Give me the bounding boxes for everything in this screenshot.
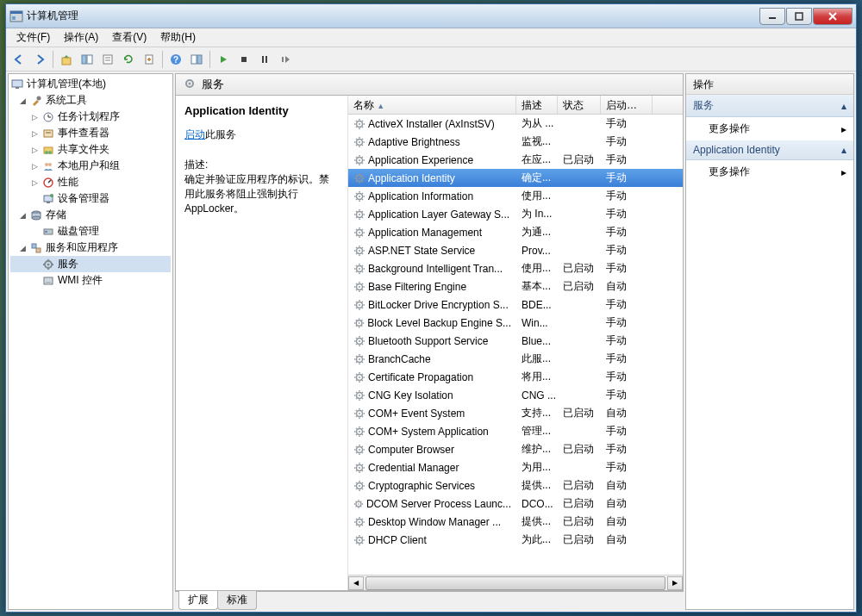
menu-action[interactable]: 操作(A) bbox=[57, 28, 105, 47]
tree-root[interactable]: 计算机管理(本地) bbox=[10, 76, 171, 92]
tab-standard[interactable]: 标准 bbox=[217, 591, 257, 610]
tree-wmi[interactable]: WMI 控件 bbox=[10, 272, 171, 289]
menu-file[interactable]: 文件(F) bbox=[9, 28, 57, 47]
help-button[interactable]: ? bbox=[166, 50, 185, 69]
content-area: 计算机管理(本地) ◢ 系统工具 ▷ 任务计划程序 ▷ 事件查看器 bbox=[6, 72, 856, 612]
list-rows[interactable]: ActiveX Installer (AxInstSV)为从 ...手动Adap… bbox=[348, 115, 683, 575]
service-name-cell: BitLocker Drive Encryption S... bbox=[348, 299, 516, 311]
export-button[interactable] bbox=[140, 50, 159, 69]
service-row[interactable]: COM+ Event System支持...已启动自动 bbox=[348, 404, 683, 422]
stop-service-button[interactable] bbox=[234, 50, 253, 69]
service-row[interactable]: Desktop Window Manager ...提供...已启动自动 bbox=[348, 513, 683, 531]
service-desc-cell: 基本... bbox=[516, 279, 558, 294]
service-row[interactable]: CNG Key IsolationCNG ...手动 bbox=[348, 386, 683, 404]
collapse-icon[interactable]: ◢ bbox=[17, 243, 28, 253]
tree-services-apps[interactable]: ◢ 服务和应用程序 bbox=[10, 240, 171, 256]
close-button[interactable] bbox=[813, 8, 853, 25]
service-desc-cell: Prov... bbox=[516, 245, 558, 257]
tree-storage[interactable]: ◢ 存储 bbox=[10, 207, 171, 223]
service-row[interactable]: ASP.NET State ServiceProv...手动 bbox=[348, 241, 683, 259]
service-row[interactable]: Bluetooth Support ServiceBlue...手动 bbox=[348, 332, 683, 350]
service-row[interactable]: DHCP Client为此...已启动自动 bbox=[348, 531, 683, 549]
forward-button[interactable] bbox=[30, 50, 49, 69]
tree-event-viewer[interactable]: ▷ 事件查看器 bbox=[10, 125, 171, 141]
actions-more-services[interactable]: 更多操作 ▸ bbox=[686, 117, 853, 140]
svg-rect-17 bbox=[197, 55, 202, 64]
service-row[interactable]: Cryptographic Services提供...已启动自动 bbox=[348, 476, 683, 495]
tree-device-manager[interactable]: 设备管理器 bbox=[10, 190, 171, 207]
service-desc-cell: 此服... bbox=[516, 352, 558, 366]
action-pane-button[interactable] bbox=[187, 50, 206, 69]
service-row[interactable]: COM+ System Application管理...手动 bbox=[348, 422, 683, 440]
service-row[interactable]: Application Experience在应...已启动手动 bbox=[348, 151, 683, 169]
refresh-button[interactable] bbox=[119, 50, 138, 69]
svg-point-60 bbox=[359, 177, 360, 179]
service-row[interactable]: Credential Manager为用...手动 bbox=[348, 458, 683, 476]
minimize-button[interactable] bbox=[759, 8, 785, 25]
tab-extended[interactable]: 扩展 bbox=[178, 591, 218, 610]
collapse-icon[interactable]: ◢ bbox=[17, 210, 28, 221]
service-row[interactable]: BitLocker Drive Encryption S...BDE...手动 bbox=[348, 296, 683, 314]
service-row[interactable]: Computer Browser维护...已启动手动 bbox=[348, 440, 683, 458]
service-startup-cell: 自动 bbox=[601, 279, 653, 294]
expand-icon[interactable]: ▷ bbox=[29, 112, 40, 122]
column-startup[interactable]: 启动类型 bbox=[601, 96, 653, 114]
scroll-right-button[interactable]: ▶ bbox=[667, 576, 683, 590]
service-row[interactable]: Certificate Propagation将用...手动 bbox=[348, 368, 683, 386]
expand-icon[interactable]: ▷ bbox=[29, 161, 40, 171]
service-name-cell: DCOM Server Process Launc... bbox=[348, 498, 516, 510]
column-description[interactable]: 描述 bbox=[516, 96, 558, 114]
service-row[interactable]: ActiveX Installer (AxInstSV)为从 ...手动 bbox=[348, 115, 683, 133]
start-service-link[interactable]: 启动 bbox=[184, 128, 205, 140]
actions-section-selected[interactable]: Application Identity ▴ bbox=[686, 140, 853, 160]
gear-icon bbox=[41, 258, 55, 271]
horizontal-scrollbar[interactable]: ◀ ▶ bbox=[348, 575, 683, 590]
service-row[interactable]: Application Layer Gateway S...为 In...手动 bbox=[348, 205, 683, 223]
actions-section-services[interactable]: 服务 ▴ bbox=[686, 95, 853, 117]
tree-task-scheduler[interactable]: ▷ 任务计划程序 bbox=[10, 109, 171, 125]
menu-help[interactable]: 帮助(H) bbox=[153, 28, 203, 47]
actions-more-selected[interactable]: 更多操作 ▸ bbox=[686, 160, 853, 184]
service-row[interactable]: Application Identity确定...手动 bbox=[348, 169, 683, 187]
scroll-left-button[interactable]: ◀ bbox=[348, 576, 364, 590]
service-row[interactable]: Adaptive Brightness监视...手动 bbox=[348, 133, 683, 151]
expand-icon[interactable]: ▷ bbox=[29, 177, 40, 188]
service-desc-cell: 在应... bbox=[516, 152, 558, 167]
menu-view[interactable]: 查看(V) bbox=[105, 28, 153, 47]
service-row[interactable]: BranchCache此服...手动 bbox=[348, 350, 683, 368]
tree-services[interactable]: 服务 bbox=[10, 256, 171, 272]
tree-local-users[interactable]: ▷ 本地用户和组 bbox=[10, 158, 171, 174]
service-name-cell: Block Level Backup Engine S... bbox=[348, 317, 516, 329]
start-service-button[interactable] bbox=[214, 50, 233, 69]
back-button[interactable] bbox=[9, 50, 28, 69]
properties-button[interactable] bbox=[98, 50, 117, 69]
expand-icon[interactable]: ▷ bbox=[29, 128, 40, 139]
service-row[interactable]: Application Management为通...手动 bbox=[348, 223, 683, 241]
pause-service-button[interactable] bbox=[255, 50, 274, 69]
scroll-thumb[interactable] bbox=[365, 576, 665, 590]
tree-shared-folders[interactable]: ▷ 共享文件夹 bbox=[10, 141, 171, 158]
tree-disk-management[interactable]: 磁盘管理 bbox=[10, 223, 171, 240]
service-row[interactable]: Block Level Backup Engine S...Win...手动 bbox=[348, 314, 683, 332]
tree-system-tools[interactable]: ◢ 系统工具 bbox=[10, 92, 171, 109]
svg-point-72 bbox=[359, 286, 360, 288]
maximize-button[interactable] bbox=[786, 8, 812, 25]
titlebar[interactable]: 计算机管理 bbox=[6, 4, 856, 28]
expand-icon[interactable]: ▷ bbox=[29, 145, 40, 155]
service-row[interactable]: Background Intelligent Tran...使用...已启动手动 bbox=[348, 259, 683, 277]
column-status[interactable]: 状态 bbox=[558, 96, 601, 114]
collapse-icon[interactable]: ◢ bbox=[17, 96, 28, 106]
tree-panel[interactable]: 计算机管理(本地) ◢ 系统工具 ▷ 任务计划程序 ▷ 事件查看器 bbox=[8, 73, 173, 610]
column-name[interactable]: 名称 ▲ bbox=[348, 96, 516, 114]
service-row[interactable]: Application Information使用...手动 bbox=[348, 187, 683, 205]
restart-service-button[interactable] bbox=[276, 50, 295, 69]
show-hide-tree-button[interactable] bbox=[78, 50, 97, 69]
service-status-cell: 已启动 bbox=[558, 514, 601, 529]
service-row[interactable]: Base Filtering Engine基本...已启动自动 bbox=[348, 277, 683, 296]
tree-label: 设备管理器 bbox=[58, 191, 109, 206]
service-row[interactable]: DCOM Server Process Launc...DCO...已启动自动 bbox=[348, 495, 683, 513]
service-desc-cell: 确定... bbox=[516, 171, 558, 185]
up-button[interactable] bbox=[57, 50, 76, 69]
tree-performance[interactable]: ▷ 性能 bbox=[10, 174, 171, 190]
service-desc-cell: 提供... bbox=[516, 478, 558, 493]
